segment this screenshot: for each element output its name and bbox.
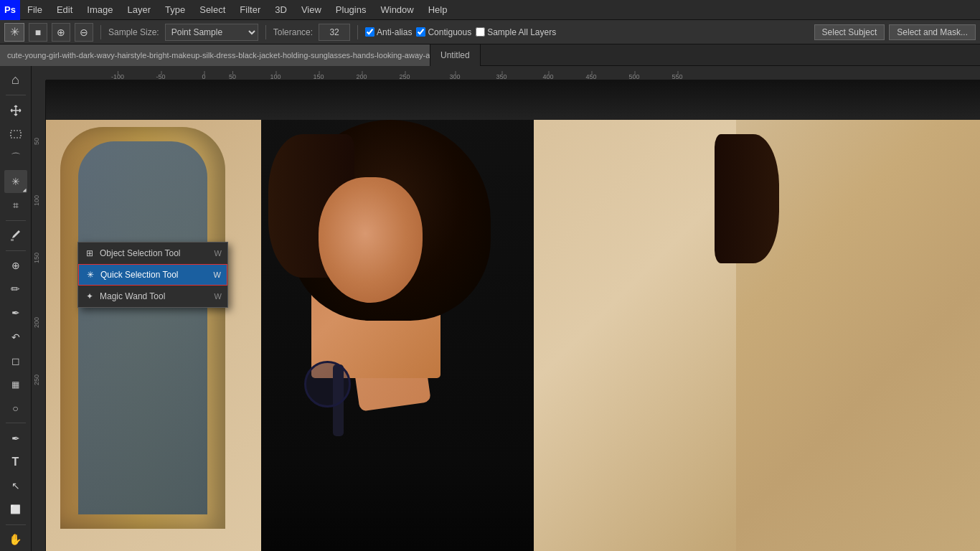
marquee-tool[interactable] — [4, 123, 27, 145]
home-tool[interactable]: ⌂ — [4, 69, 27, 91]
pen-tool[interactable]: ✒ — [4, 427, 27, 449]
menu-select[interactable]: Select — [192, 0, 232, 19]
tool-sep-5 — [6, 524, 26, 525]
tool-mode-btn1[interactable]: ■ — [29, 23, 47, 42]
clone-stamp-tool[interactable]: ✒ — [4, 302, 27, 324]
arch-inner — [78, 141, 207, 514]
tool-sep-4 — [6, 423, 26, 423]
object-selection-label: Object Selection Tool — [100, 248, 181, 258]
sample-all-layers-checkbox[interactable] — [476, 27, 485, 37]
select-and-mask-button[interactable]: Select and Mask... — [889, 24, 976, 40]
active-tab-label: cute-young-girl-with-dark-wavy-hairstyle… — [7, 51, 430, 60]
sample-all-layers-label: Sample All Layers — [487, 27, 556, 37]
anti-alias-label: Anti-alias — [377, 27, 412, 37]
select-subject-button[interactable]: Select Subject — [814, 24, 885, 40]
eyedropper-tool[interactable] — [4, 225, 27, 247]
healing-brush-tool[interactable]: ⊕ — [4, 255, 27, 277]
photo-area — [46, 120, 980, 551]
quick-selection-active-tool[interactable]: ✳ — [4, 170, 27, 192]
sep3 — [357, 25, 358, 39]
dropdown-item-quick-selection[interactable]: ✳ Quick Selection Tool W — [78, 264, 227, 286]
tool-sep-1 — [6, 95, 26, 95]
object-selection-icon: ⊞ — [84, 248, 95, 259]
ruler-row: -100 -50 0 50 100 150 200 250 300 350 40… — [32, 66, 980, 80]
menu-plugins[interactable]: Plugins — [329, 0, 374, 19]
menu-edit[interactable]: Edit — [50, 0, 80, 19]
object-selection-shortcut: W — [215, 249, 222, 258]
dodge-tool[interactable]: ○ — [4, 397, 27, 419]
menu-items: File Edit Image Layer Type Select Filter… — [20, 0, 454, 19]
canvas-wrapper: -100 -50 0 50 100 150 200 250 300 350 40… — [32, 66, 980, 551]
sample-size-select[interactable]: Point Sample 3 by 3 Average 5 by 5 Avera… — [165, 24, 258, 41]
menu-view[interactable]: View — [294, 0, 329, 19]
tool-sep-2 — [6, 220, 26, 221]
shape-tool[interactable]: ⬜ — [4, 499, 27, 521]
untitled-tab[interactable]: Untitled — [430, 44, 481, 66]
glasses-lens — [304, 361, 351, 408]
tolerance-input[interactable] — [319, 24, 350, 41]
menu-3d[interactable]: 3D — [268, 0, 294, 19]
sample-size-label: Sample Size: — [108, 27, 159, 37]
menu-bar: Ps File Edit Image Layer Type Select Fil… — [0, 0, 980, 20]
contiguous-wrap[interactable]: Contiguous — [416, 27, 471, 37]
svg-rect-0 — [11, 131, 21, 138]
menu-file[interactable]: File — [20, 0, 50, 19]
menu-layer[interactable]: Layer — [121, 0, 159, 19]
history-brush-tool[interactable]: ↶ — [4, 326, 27, 348]
menu-filter[interactable]: Filter — [232, 0, 268, 19]
active-tab[interactable]: cute-young-girl-with-dark-wavy-hairstyle… — [0, 44, 430, 66]
anti-alias-wrap[interactable]: Anti-alias — [365, 27, 412, 37]
lasso-tool[interactable]: ⌒ — [4, 146, 27, 169]
menu-image[interactable]: Image — [80, 0, 120, 19]
menu-window[interactable]: Window — [373, 0, 420, 19]
sep1 — [100, 25, 101, 39]
brush-tool[interactable]: ✏ — [4, 278, 27, 301]
tab-bar: cute-young-girl-with-dark-wavy-hairstyle… — [0, 44, 980, 66]
magic-wand-shortcut: W — [215, 292, 222, 301]
canvas-content: 50 100 150 200 250 — [32, 80, 980, 551]
tool-mode-btn2[interactable]: ⊕ — [52, 23, 70, 42]
sample-all-layers-wrap[interactable]: Sample All Layers — [476, 27, 556, 37]
dropdown-item-object-selection[interactable]: ⊞ Object Selection Tool W — [78, 242, 227, 264]
untitled-tab-label: Untitled — [440, 50, 470, 60]
tool-icon-btn[interactable]: ✳ — [4, 23, 24, 42]
magic-wand-icon: ✦ — [84, 291, 95, 302]
person-hair-right — [715, 134, 779, 263]
path-selection-tool[interactable]: ↖ — [4, 475, 27, 497]
toolbar: ⌂ ⌒ ✳ ⌗ ⊕ ✏ ✒ ↶ ◻ ▦ — [0, 66, 32, 551]
quick-selection-shortcut: W — [214, 270, 221, 279]
vertical-ruler: 50 100 150 200 250 — [32, 80, 46, 551]
svg-rect-1 — [11, 239, 14, 241]
canvas-image-area[interactable]: ⊞ Object Selection Tool W ✳ Quick Select… — [46, 80, 980, 551]
type-tool[interactable]: T — [4, 451, 27, 474]
menu-type[interactable]: Type — [158, 0, 192, 19]
person-face — [319, 177, 423, 303]
horizontal-ruler: -100 -50 0 50 100 150 200 250 300 350 40… — [46, 66, 980, 80]
app-icon: Ps — [0, 0, 20, 20]
gradient-tool[interactable]: ▦ — [4, 373, 27, 395]
hand-tool[interactable]: ✋ — [4, 529, 27, 551]
tool-dropdown-menu: ⊞ Object Selection Tool W ✳ Quick Select… — [77, 242, 228, 308]
move-tool[interactable] — [4, 99, 27, 121]
tolerance-label: Tolerance: — [273, 27, 313, 37]
contiguous-checkbox[interactable] — [416, 27, 425, 37]
options-bar: ✳ ■ ⊕ ⊖ Sample Size: Point Sample 3 by 3… — [0, 20, 980, 44]
sep2 — [265, 25, 266, 39]
tool-mode-btn3[interactable]: ⊖ — [75, 23, 93, 42]
eraser-tool[interactable]: ◻ — [4, 349, 27, 372]
contiguous-label: Contiguous — [428, 27, 471, 37]
magic-wand-label: Magic Wand Tool — [100, 291, 165, 301]
quick-selection-icon: ✳ — [85, 269, 96, 281]
menu-help[interactable]: Help — [421, 0, 455, 19]
crop-tool[interactable]: ⌗ — [4, 194, 27, 217]
main-area: ⌂ ⌒ ✳ ⌗ ⊕ ✏ ✒ ↶ ◻ ▦ — [0, 66, 980, 551]
quick-selection-label: Quick Selection Tool — [100, 270, 179, 280]
tool-sep-3 — [6, 250, 26, 251]
ruler-corner — [32, 66, 46, 80]
canvas-dark-area — [46, 80, 980, 120]
dropdown-item-magic-wand[interactable]: ✦ Magic Wand Tool W — [78, 286, 227, 307]
anti-alias-checkbox[interactable] — [365, 27, 374, 37]
